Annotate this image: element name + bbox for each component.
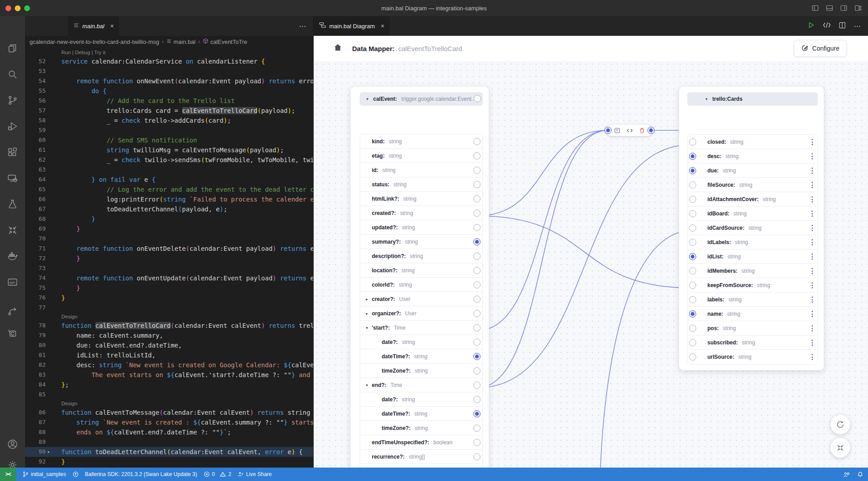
field-row-status[interactable]: status:string [360, 177, 482, 192]
live-share-item[interactable]: Live Share [238, 471, 272, 477]
code-area[interactable]: Run | Debug | Try it52service calendar:C… [25, 47, 313, 468]
field-port[interactable] [689, 296, 696, 303]
codelens[interactable]: Run | Debug | Try it [25, 48, 313, 56]
problems-item[interactable]: 0 2 [204, 471, 231, 477]
ballerina-sdk-item[interactable]: Ballerina SDK: 2201.3.2 (Swan Lake Updat… [85, 471, 197, 477]
kebab-menu-icon[interactable] [812, 210, 813, 217]
field-row-name[interactable]: name:string [688, 307, 817, 321]
toggle-panel-icon[interactable] [826, 4, 833, 12]
field-row-dateTime[interactable]: dateTime?:string [360, 407, 482, 421]
chevron-down-icon[interactable]: ▾ [364, 97, 370, 101]
more-actions-icon[interactable]: ⋯ [854, 22, 862, 30]
configure-button[interactable]: Configure [794, 40, 847, 57]
delete-link-icon[interactable] [639, 127, 645, 134]
field-row-endTimeUnspecified[interactable]: endTimeUnspecified?:boolean [360, 435, 482, 450]
fit-to-screen-button[interactable] [830, 438, 850, 458]
kebab-menu-icon[interactable] [812, 225, 813, 231]
kebab-menu-icon[interactable] [812, 268, 813, 274]
choreo-icon[interactable] [7, 327, 18, 339]
field-port[interactable] [473, 281, 481, 288]
field-row-start[interactable]: ▾'start?:Time [360, 321, 482, 335]
codelens[interactable]: Design [25, 313, 313, 321]
mapping-link[interactable] [477, 130, 608, 331]
node-header-trello[interactable]: ▾trello:Cards [687, 92, 818, 106]
chevron-down-icon[interactable]: ▾ [364, 383, 370, 387]
field-row-etag[interactable]: etag:string [360, 149, 482, 163]
field-port-connected[interactable] [689, 167, 696, 174]
node-header-calEvent[interactable]: ▾calEvent:trigger.google.calendar:Event.… [360, 92, 483, 106]
field-row-idLabels[interactable]: idLabels:string [688, 235, 817, 249]
field-port[interactable] [473, 439, 481, 446]
field-row-description[interactable]: description?:string [360, 249, 482, 263]
source-control-icon[interactable] [7, 94, 18, 106]
field-row-summary[interactable]: summary?:string [360, 235, 482, 249]
field-port[interactable] [689, 239, 696, 246]
customize-layout-icon[interactable] [855, 4, 862, 12]
toggle-secondary-sidebar-icon[interactable] [840, 4, 847, 12]
chevron-down-icon[interactable]: ▾ [703, 97, 710, 101]
field-port[interactable] [473, 339, 481, 346]
git-branch-item[interactable]: initial_samples [22, 471, 66, 477]
testing-icon[interactable] [7, 198, 18, 210]
kebab-menu-icon[interactable] [812, 311, 813, 317]
account-icon[interactable] [7, 438, 18, 450]
tab-main-bal[interactable]: main.bal × [68, 16, 119, 36]
field-port-connected[interactable] [689, 310, 696, 318]
field-row-organizer[interactable]: ▸organizer?:User [360, 306, 482, 321]
bell-icon[interactable] [857, 471, 864, 478]
field-row-idBoard[interactable]: idBoard:string [688, 206, 817, 221]
field-port[interactable] [473, 367, 481, 374]
field-port-connected[interactable] [689, 153, 696, 160]
field-port[interactable] [473, 253, 481, 260]
field-port[interactable] [689, 325, 696, 332]
field-port[interactable] [473, 195, 481, 202]
field-port-connected[interactable] [473, 353, 481, 360]
kebab-menu-icon[interactable] [812, 339, 813, 346]
field-port[interactable] [689, 196, 696, 203]
field-row-updated[interactable]: updated?:string [360, 220, 482, 235]
field-row-timeZone[interactable]: timeZone?:string [360, 364, 482, 378]
maximize-window-button[interactable] [24, 5, 30, 11]
field-port-connected[interactable] [473, 238, 481, 245]
mapping-link[interactable] [477, 216, 692, 288]
field-port[interactable] [473, 267, 481, 274]
field-row-idAttachmentCover[interactable]: idAttachmentCover:string [688, 192, 817, 206]
field-port[interactable] [689, 224, 696, 232]
home-icon[interactable] [333, 43, 342, 54]
field-row-subscribed[interactable]: subscribed:string [688, 335, 817, 350]
integrations-icon[interactable] [7, 305, 18, 317]
field-port[interactable] [473, 138, 481, 145]
field-row-recurrence[interactable]: recurrence?:string[] [360, 450, 482, 464]
kebab-menu-icon[interactable] [812, 182, 813, 188]
field-port[interactable] [473, 224, 481, 231]
tab-close-icon[interactable]: × [381, 22, 384, 30]
collapse-arrows-icon[interactable] [7, 224, 18, 236]
widget-out-port[interactable] [647, 127, 655, 134]
field-row-pos[interactable]: pos:string [688, 321, 817, 335]
run-and-debug-icon[interactable] [7, 120, 18, 132]
field-row-kind[interactable]: kind:string [360, 134, 482, 149]
breadcrumb-symbol[interactable]: calEventToTre [203, 38, 247, 45]
header-port[interactable] [474, 95, 481, 102]
field-port[interactable] [689, 267, 696, 275]
field-port[interactable] [473, 425, 481, 432]
field-row-timeZone[interactable]: timeZone?:string [360, 421, 482, 435]
field-port[interactable] [473, 167, 481, 174]
field-row-location[interactable]: location?:string [360, 263, 482, 278]
breadcrumb-file[interactable]: main.bal [166, 39, 196, 45]
kebab-menu-icon[interactable] [812, 354, 813, 360]
field-port[interactable] [473, 296, 481, 303]
extensions-icon[interactable] [7, 146, 18, 158]
search-icon[interactable] [7, 69, 18, 80]
kebab-menu-icon[interactable] [812, 282, 813, 288]
field-row-id[interactable]: id:string [360, 163, 482, 177]
field-port[interactable] [689, 282, 696, 289]
docker-icon[interactable] [7, 250, 18, 262]
field-port[interactable] [473, 310, 481, 317]
node-calEvent[interactable]: ▾calEvent:trigger.google.calendar:Event.… [350, 86, 489, 468]
remote-explorer-icon[interactable] [7, 172, 18, 184]
field-row-desc[interactable]: desc:string [688, 149, 817, 163]
minimize-window-button[interactable] [15, 5, 21, 11]
mapping-link[interactable] [600, 231, 692, 468]
kebab-menu-icon[interactable] [812, 139, 813, 145]
